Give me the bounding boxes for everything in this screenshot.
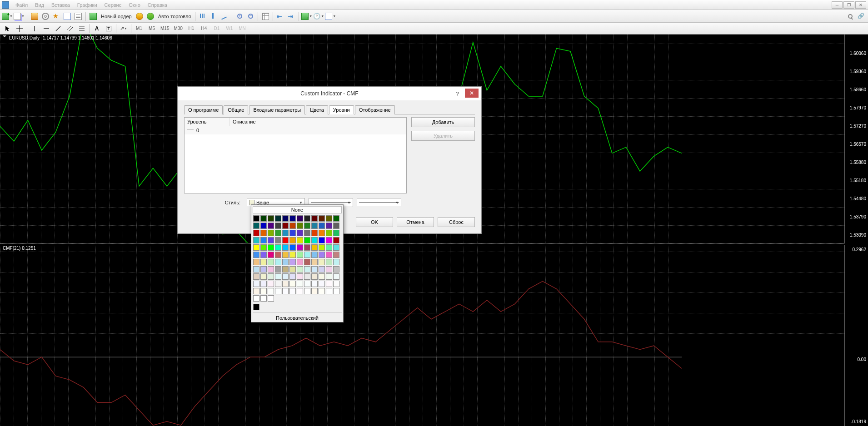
color-swatch[interactable] [311,281,318,287]
timeframe-m1[interactable]: M1 [133,24,145,33]
color-swatch[interactable] [326,288,332,294]
color-swatch[interactable] [275,230,281,236]
color-swatch[interactable] [304,273,310,280]
new-order-label[interactable]: Новый ордер [99,14,134,19]
color-swatch[interactable] [333,230,339,236]
color-swatch[interactable] [289,266,296,272]
color-swatch[interactable] [319,252,325,258]
color-swatch[interactable] [319,288,325,294]
color-swatch[interactable] [282,230,289,236]
color-swatch[interactable] [319,244,325,251]
color-swatch[interactable] [326,223,332,229]
color-swatch[interactable] [268,259,274,265]
timeframe-h1[interactable]: H1 [185,24,198,33]
color-swatch[interactable] [275,288,281,294]
color-swatch[interactable] [289,237,296,243]
color-swatch[interactable] [268,295,274,302]
color-swatch[interactable] [260,237,267,243]
color-swatch[interactable] [333,252,339,258]
color-swatch[interactable] [260,266,267,272]
color-swatch[interactable] [282,223,289,229]
tab-display[interactable]: Отображение [355,105,395,114]
color-swatch[interactable] [311,237,318,243]
color-swatch[interactable] [304,252,310,258]
auto-trade-button[interactable] [145,11,155,21]
color-swatch[interactable] [253,244,259,251]
delete-level-button[interactable]: Удалить [411,131,475,141]
color-swatch[interactable] [275,252,281,258]
color-swatch[interactable] [297,273,303,280]
color-swatch[interactable] [275,223,281,229]
color-swatch[interactable] [282,244,289,251]
search-button[interactable] [845,11,855,21]
color-swatch[interactable] [282,266,289,272]
level-row[interactable]: 0 [185,126,406,134]
color-swatch[interactable] [253,223,259,229]
new-chart-button[interactable]: ▼ [2,11,13,21]
color-swatch[interactable] [282,252,289,258]
trendline-tool[interactable] [52,24,64,34]
timeframe-mn[interactable]: MN [236,24,249,33]
color-swatch[interactable] [333,281,339,287]
color-swatch[interactable] [253,288,259,294]
color-swatch[interactable] [268,273,274,280]
color-swatch[interactable] [319,237,325,243]
color-swatch[interactable] [326,230,332,236]
close-button[interactable]: ✕ [855,1,866,9]
color-swatch[interactable] [253,230,259,236]
color-swatch[interactable] [268,230,274,236]
color-swatch[interactable] [253,273,259,280]
restore-button[interactable]: ❐ [843,1,854,9]
auto-scroll-button[interactable] [286,11,296,21]
line-width-combo[interactable]: ▼ [357,198,401,207]
color-swatch[interactable] [260,273,267,280]
timeframe-m15[interactable]: M15 [158,24,171,33]
color-swatch[interactable] [289,230,296,236]
color-swatch[interactable] [311,266,318,272]
color-swatch[interactable] [319,230,325,236]
color-swatch[interactable] [333,244,339,251]
color-swatch[interactable] [275,281,281,287]
custom-color-button[interactable]: Пользовательский [253,312,342,321]
color-swatch[interactable] [253,281,259,287]
color-swatch[interactable] [319,273,325,280]
horizontal-line-tool[interactable] [40,24,52,34]
color-swatch[interactable] [326,252,332,258]
color-swatch[interactable] [260,244,267,251]
color-swatch[interactable] [304,223,310,229]
color-swatch[interactable] [304,237,310,243]
menu-charts[interactable]: Графики [74,1,101,9]
color-swatch[interactable] [275,237,281,243]
data-window-button[interactable] [62,11,72,21]
color-swatch[interactable] [289,281,296,287]
templates-button[interactable]: ▼ [325,11,336,21]
color-swatch[interactable] [289,288,296,294]
cursor-tool[interactable] [2,24,14,34]
color-swatch[interactable] [260,281,267,287]
color-swatch[interactable] [268,223,274,229]
color-swatch[interactable] [311,244,318,251]
bar-chart-button[interactable] [198,11,208,21]
menu-file[interactable]: Файл [12,1,31,9]
color-swatch[interactable] [253,295,259,302]
color-swatch[interactable] [319,259,325,265]
minimize-button[interactable]: ─ [832,1,843,9]
color-swatch[interactable] [297,266,303,272]
color-swatch[interactable] [311,288,318,294]
color-swatch[interactable] [297,223,303,229]
color-swatch[interactable] [311,259,318,265]
auto-trade-label[interactable]: Авто-торговля [156,14,193,19]
color-swatch[interactable] [297,288,303,294]
market-watch-button[interactable] [30,11,40,21]
equidistant-channel-tool[interactable] [64,24,76,34]
color-swatch[interactable] [289,244,296,251]
color-swatch[interactable] [326,273,332,280]
color-swatch[interactable] [268,252,274,258]
color-swatch[interactable] [326,259,332,265]
color-swatch[interactable] [319,281,325,287]
color-swatch[interactable] [297,259,303,265]
color-swatch[interactable] [333,273,339,280]
color-swatch[interactable] [260,295,267,302]
color-swatch[interactable] [326,237,332,243]
color-swatch[interactable] [268,288,274,294]
